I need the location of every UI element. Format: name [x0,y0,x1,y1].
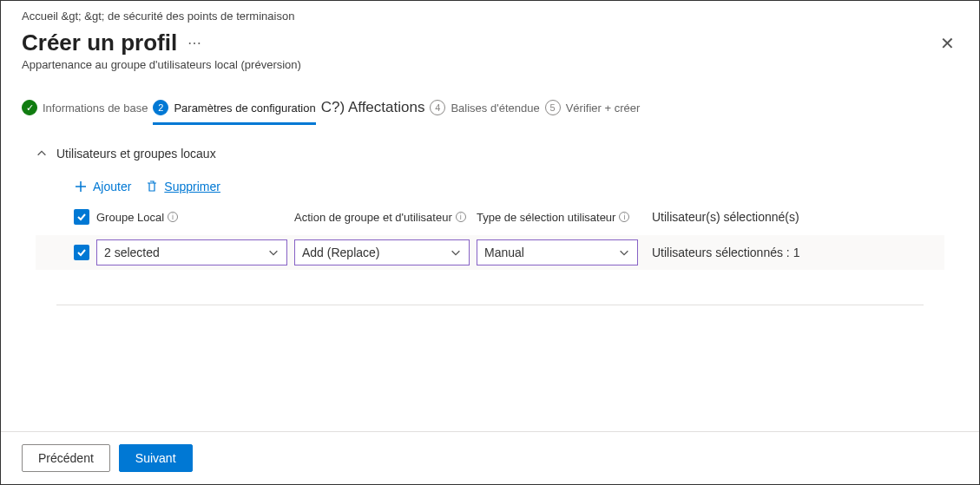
chevron-up-icon [36,147,48,160]
chevron-down-icon [450,246,462,259]
step-configuration[interactable]: 2 Paramètres de configuration [153,100,315,125]
th-group-action: Action de groupe et d'utilisateur i [294,211,470,224]
add-label: Ajouter [93,180,131,193]
table-row: 2 selected Add (Replace) Manual Utilisat… [36,235,944,270]
check-icon [76,247,87,258]
step-number-icon: 2 [153,100,168,115]
chevron-down-icon [267,246,280,259]
breadcrumb-home[interactable]: Accueil [22,10,58,23]
step-label: Paramètres de configuration [174,102,315,115]
add-button[interactable]: Ajouter [74,180,131,193]
step-label: Vérifier + créer [566,102,641,115]
step-assignments[interactable]: C?) Affectations [321,99,425,126]
page-header: Créer un profil ⋯ Appartenance au groupe… [1,26,979,78]
breadcrumb-tail: &gt; de sécurité des points de terminais… [84,10,294,23]
divider [56,305,924,305]
local-group-select[interactable]: 2 selected [96,239,287,265]
section-header[interactable]: Utilisateurs et groupes locaux [36,147,944,161]
chevron-down-icon [618,246,630,259]
more-icon[interactable]: ⋯ [187,35,201,51]
delete-label: Supprimer [164,180,220,193]
info-icon[interactable]: i [168,212,178,222]
th-local-group: Groupe Local i [96,211,287,224]
th-selected-users: Utilisateur(s) sélectionné(s) [645,210,827,224]
select-value: Add (Replace) [302,246,380,259]
step-number-icon: 4 [430,100,445,115]
selected-users-cell[interactable]: Utilisateurs sélectionnés : 1 [645,246,827,259]
info-icon[interactable]: i [619,212,629,222]
section-title: Utilisateurs et groupes locaux [56,147,216,161]
section-toolbar: Ajouter Supprimer [36,180,944,193]
step-scope-tags[interactable]: 4 Balises d'étendue [430,100,539,125]
select-all-checkbox[interactable] [74,209,89,225]
breadcrumb: Accueil &gt; &gt; de sécurité des points… [1,1,979,26]
page-title: Créer un profil [22,29,177,56]
step-label: C?) Affectations [321,99,425,116]
page-subtitle: Appartenance au groupe d'utilisateurs lo… [22,58,958,71]
th-selection-type: Type de sélection utilisateur i [477,211,638,224]
step-label: Balises d'étendue [451,102,539,115]
check-icon: ✓ [22,100,37,115]
step-review-create[interactable]: 5 Vérifier + créer [545,100,641,125]
breadcrumb-sep: &gt; [62,10,82,23]
delete-button[interactable]: Supprimer [145,180,220,193]
trash-icon [145,180,159,193]
step-basics[interactable]: ✓ Informations de base [22,100,148,125]
selection-type-select[interactable]: Manual [477,239,638,265]
group-action-select[interactable]: Add (Replace) [294,239,470,265]
select-value: Manual [484,246,524,259]
row-checkbox[interactable] [74,245,89,260]
next-button[interactable]: Suivant [119,444,193,472]
step-number-icon: 5 [545,100,561,115]
wizard-steps: ✓ Informations de base 2 Paramètres de c… [1,78,979,126]
table-header-row: Groupe Local i Action de groupe et d'uti… [36,209,944,225]
step-label: Informations de base [43,102,148,115]
close-button[interactable]: ✕ [940,33,955,54]
back-button[interactable]: Précédent [22,444,110,472]
info-icon[interactable]: i [456,212,466,222]
wizard-footer: Précédent Suivant [1,431,979,484]
close-icon: ✕ [940,34,955,53]
plus-icon [74,180,88,193]
select-value: 2 selected [104,246,160,259]
check-icon [76,212,87,222]
